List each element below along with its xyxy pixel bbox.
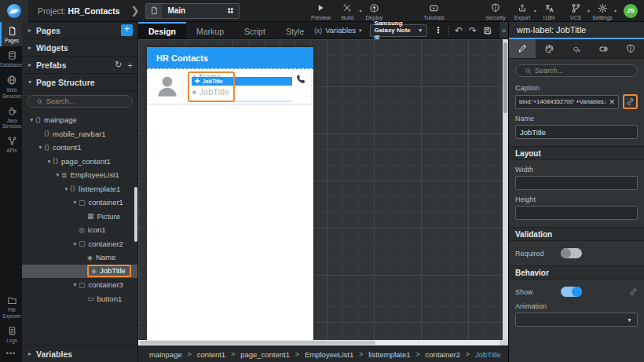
breadcrumb-item-page_content1[interactable]: page_content1 — [240, 350, 290, 359]
add-prefab-icon[interactable]: + — [128, 60, 133, 70]
tutorials-button[interactable]: Tutorials — [420, 3, 447, 20]
picture-widget[interactable] — [154, 73, 182, 101]
app-logo[interactable] — [0, 0, 28, 22]
expand-arrow-icon[interactable]: ▾ — [37, 144, 44, 151]
add-page-button[interactable]: + — [121, 24, 133, 36]
section-widgets[interactable]: ▸ Widgets — [22, 39, 137, 57]
bind-show-icon[interactable] — [629, 287, 638, 296]
bind-property-button[interactable] — [623, 94, 638, 109]
width-input[interactable] — [515, 176, 638, 190]
rail-item-web-services[interactable]: Web Services — [0, 71, 22, 101]
caption-input[interactable]: bind:'+14084352700' +Variables.HrdbE ✕ — [515, 95, 619, 109]
name-input[interactable]: JobTitle — [515, 125, 638, 139]
editor-tab-design[interactable]: Design — [138, 22, 186, 38]
page-selector[interactable]: Main — [145, 3, 240, 19]
breadcrumb-item-JobTitle[interactable]: JobTitle — [475, 350, 501, 359]
section-prefabs[interactable]: ▸ Prefabs ↻ + — [22, 57, 137, 74]
tree-node-container1[interactable]: ▾▢container1 — [22, 196, 137, 210]
security-button[interactable]: Security — [482, 3, 509, 20]
preview-button[interactable]: Preview — [307, 3, 334, 20]
vcs-button[interactable]: VCS▾ — [562, 3, 589, 20]
canvas-vertical-scrollbar[interactable] — [503, 39, 508, 340]
tree-node-mainpage[interactable]: ▾⟨⟩mainpage — [22, 113, 137, 127]
editor-tab-markup[interactable]: Markup — [186, 22, 234, 38]
expand-arrow-icon[interactable]: ▾ — [71, 199, 79, 206]
rail-item-logs[interactable]: Logs — [0, 322, 22, 346]
tree-scrollbar[interactable] — [134, 187, 137, 242]
rail-item-databases[interactable]: Databases — [0, 46, 22, 71]
redo-button[interactable]: ↷ — [469, 26, 477, 35]
tree-node-container3[interactable]: ▾▢container3 — [22, 278, 137, 292]
rail-item-pages[interactable]: Pages — [0, 22, 22, 46]
inspector-tab-device[interactable] — [590, 39, 617, 58]
tree-node-listtemplate1[interactable]: ▾⟨⟩listtemplate1 — [22, 182, 137, 196]
breadcrumb-item-container2[interactable]: container2 — [426, 350, 460, 359]
expand-arrow-icon: ▾ — [28, 79, 36, 86]
expand-arrow-icon[interactable]: ▾ — [71, 240, 79, 247]
tree-node-mobile_navbar1[interactable]: ⟨⟩mobile_navbar1 — [22, 127, 137, 141]
expand-arrow-icon[interactable]: ▾ — [46, 158, 53, 165]
deploy-button[interactable]: Deploy — [360, 3, 387, 20]
tree-node-JobTitle[interactable]: ◈JobTitle — [22, 265, 137, 279]
tree-node-container2[interactable]: ▾▢container2 — [22, 237, 137, 251]
inspector-tab-events[interactable]: Q — [563, 39, 590, 58]
tree-node-button1[interactable]: ▭button1 — [22, 292, 137, 306]
jobtitle-widget[interactable]: ◈ JobTitle — [192, 87, 292, 97]
export-button[interactable]: Export▾ — [509, 3, 536, 20]
breadcrumb-item-mainpage[interactable]: mainpage — [149, 350, 182, 359]
device-selector[interactable]: Samsung Galaxy Note III ▼ — [370, 24, 428, 37]
phone-icon[interactable] — [295, 73, 306, 85]
inspector-tab-security[interactable] — [617, 39, 644, 58]
page-structure-search-input[interactable]: Search... — [27, 95, 133, 108]
rail-more-icon[interactable]: ••• — [0, 346, 22, 362]
save-button[interactable] — [483, 26, 492, 35]
section-page-structure[interactable]: ▾ Page Structure — [22, 74, 137, 91]
tree-node-Name[interactable]: ◈Name — [22, 250, 137, 265]
section-variables[interactable]: ▸ Variables — [22, 345, 137, 362]
app-header[interactable]: HR Contacts — [147, 47, 313, 69]
variables-dropdown[interactable]: (x) Variables ▾ — [314, 26, 361, 35]
canvas-horizontal-scrollbar[interactable] — [138, 340, 508, 346]
animation-select[interactable]: ▼ — [515, 313, 638, 327]
tree-node-Picture[interactable]: ▦Picture — [22, 210, 137, 224]
user-avatar[interactable]: JS — [624, 4, 638, 18]
expand-arrow-icon[interactable]: ▾ — [63, 185, 70, 192]
i18n-button[interactable]: I18N — [536, 3, 562, 20]
show-toggle[interactable] — [561, 287, 582, 297]
design-canvas[interactable]: HR Contacts ◈ Name ✚ JobTitle ◈ — [138, 39, 508, 340]
refresh-prefabs-icon[interactable]: ↻ — [115, 60, 122, 70]
widget-selection-handle[interactable]: ✚ JobTitle — [192, 77, 292, 86]
height-input[interactable] — [515, 206, 638, 220]
scrollbar-thumb[interactable] — [140, 341, 375, 345]
more-options-icon[interactable]: ⋮ — [434, 25, 442, 35]
breadcrumb-item-EmployeeList1[interactable]: EmployeeList1 — [305, 350, 353, 359]
expand-panel-button[interactable]: » — [499, 22, 508, 38]
section-pages[interactable]: ▸ Pages + — [22, 22, 137, 39]
required-toggle[interactable] — [561, 248, 582, 258]
tree-node-icon1[interactable]: ◎icon1 — [22, 223, 137, 237]
rail-item-file-explorer[interactable]: File Explorer — [0, 291, 22, 321]
rail-item-apis[interactable]: APIs — [0, 132, 22, 156]
scrollbar-thumb[interactable] — [503, 42, 507, 113]
undo-button[interactable]: ↶ — [455, 26, 463, 35]
properties-search-input[interactable]: Search... — [515, 64, 638, 77]
editor-tab-style[interactable]: Style — [276, 22, 314, 38]
tag-icon: ◈ — [192, 88, 197, 96]
tree-node-EmployeeList1[interactable]: ▾≣EmployeeList1 — [22, 168, 137, 182]
expand-arrow-icon[interactable]: ▾ — [54, 171, 61, 178]
employee-list-item[interactable]: ◈ Name ✚ JobTitle ◈ JobTitle — [149, 69, 311, 104]
container2-widget[interactable]: ◈ Name ✚ JobTitle ◈ JobTitle — [192, 72, 292, 102]
editor-tab-script[interactable]: Script — [234, 22, 276, 38]
rail-item-java-services[interactable]: Java Services — [0, 102, 22, 132]
expand-arrow-icon[interactable]: ▾ — [28, 116, 35, 123]
inspector-tab-styles[interactable] — [536, 39, 562, 58]
inspector-tab-properties[interactable] — [509, 39, 536, 58]
expand-arrow-icon[interactable]: ▾ — [71, 281, 79, 288]
tree-node-content1[interactable]: ▾⟨⟩content1 — [22, 141, 137, 155]
build-button[interactable]: Build▾ — [334, 3, 360, 20]
breadcrumb-item-listtemplate1[interactable]: listtemplate1 — [368, 350, 410, 359]
tree-node-page_content1[interactable]: ▾⟨⟩page_content1 — [22, 155, 137, 169]
settings-button[interactable]: Settings▾ — [589, 3, 616, 20]
breadcrumb-item-content1[interactable]: content1 — [197, 350, 225, 359]
clear-binding-icon[interactable]: ✕ — [609, 98, 615, 106]
